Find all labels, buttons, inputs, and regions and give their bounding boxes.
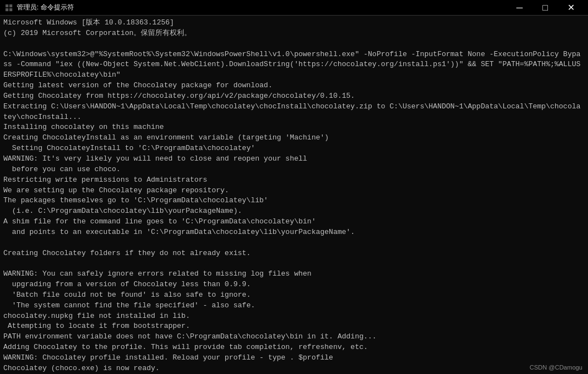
window-controls: ─ □ ✕: [507, 0, 584, 16]
terminal-output: Microsoft Windows [版本 10.0.18363.1256] (…: [0, 16, 588, 374]
svg-rect-3: [9, 8, 12, 11]
app-icon: [4, 3, 13, 12]
title-bar: 管理员: 命令提示符 ─ □ ✕: [0, 0, 588, 16]
svg-rect-0: [6, 4, 8, 7]
minimize-button[interactable]: ─: [507, 0, 532, 16]
watermark: CSDN @CDamogu: [530, 364, 582, 371]
window-title: 管理员: 命令提示符: [17, 3, 507, 12]
maximize-button[interactable]: □: [532, 0, 558, 16]
close-button[interactable]: ✕: [558, 0, 584, 16]
svg-rect-1: [9, 4, 12, 7]
svg-rect-2: [6, 8, 8, 11]
